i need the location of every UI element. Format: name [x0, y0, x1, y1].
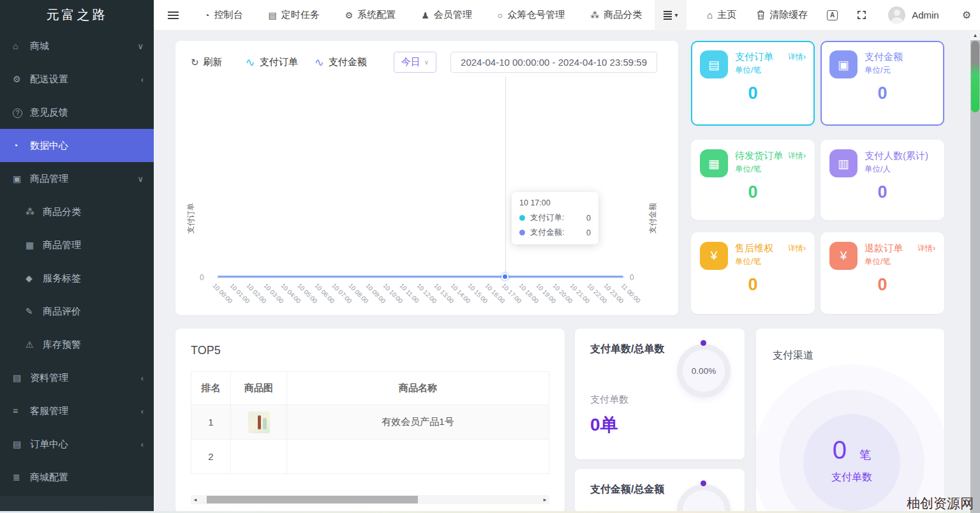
- stat-card-payers-total[interactable]: ▥ 支付人数(累计) 单位/人 0: [820, 140, 944, 220]
- x-axis-line: [216, 278, 625, 278]
- refresh-icon: ↻: [191, 57, 199, 68]
- stat-value: 0: [829, 84, 935, 103]
- stat-card-aftersale[interactable]: ¥ 售后维权 详情› 单位/笔 0: [691, 232, 815, 314]
- vertical-scrollbar[interactable]: ▲: [970, 31, 980, 513]
- gauge-dot: [701, 480, 706, 486]
- chevron-left-icon: ‹: [141, 75, 144, 84]
- sidebar-item-label: 商城配置: [30, 472, 144, 484]
- date-preset-select[interactable]: 今日 ∨: [394, 52, 436, 73]
- stat-title: 售后维权: [735, 242, 773, 255]
- stat-value: 0: [829, 275, 935, 295]
- x-axis-label: 10 06:00: [313, 282, 336, 304]
- cell-name: 有效会员产品1号: [287, 405, 549, 440]
- tooltip-row: 支付订单: 0: [519, 212, 591, 223]
- detail-link[interactable]: 详情›: [788, 149, 806, 162]
- sidebar-item-delivery-config[interactable]: ⚙ 配送设置 ‹: [0, 63, 154, 96]
- sidebar-item-stock-alert[interactable]: ⚠ 库存预警: [0, 328, 154, 361]
- admin-name[interactable]: Admin: [912, 10, 939, 20]
- gauge-ring: 0.00%: [677, 344, 731, 398]
- nav-home-button[interactable]: ⌂ 主页: [707, 9, 736, 21]
- chevron-down-icon: ∨: [137, 174, 144, 184]
- nav-item-console[interactable]: ◔ 控制台: [204, 9, 242, 21]
- legend-pay-amount[interactable]: ∿ 支付金额: [315, 56, 367, 70]
- sidebar-item-data-center[interactable]: ◔ 数据中心: [0, 129, 154, 162]
- nav-item-label: 系统配置: [357, 9, 396, 21]
- sidebar-item-goods-manage[interactable]: ▣ 商品管理 ∨: [0, 162, 154, 195]
- sidebar-item-customer-service[interactable]: ≡ 客服管理 ‹: [0, 394, 154, 428]
- stat-unit: 单位/笔: [865, 256, 935, 267]
- detail-link[interactable]: 详情›: [917, 242, 935, 255]
- brand-logo: 元富之路: [0, 0, 154, 29]
- language-button[interactable]: A: [827, 10, 838, 20]
- top-navbar: ◔ 控制台 ▤ 定时任务 ⚙ 系统配置 ♟ 会员管理 ○ 众筹仓号管理 ⁂ 商品…: [154, 0, 980, 31]
- tasks-icon: ▤: [268, 10, 276, 20]
- avatar[interactable]: [888, 6, 905, 24]
- legend-label: 支付金额: [329, 56, 367, 68]
- fullscreen-button[interactable]: [857, 10, 866, 20]
- chart-tooltip: 10 17:00 支付订单: 0 支付金额: 0: [512, 192, 598, 244]
- scrollbar-thumb[interactable]: [207, 496, 418, 503]
- pay-channel-panel: 支付渠道 0 笔 支付单数: [756, 329, 944, 513]
- nav-item-crowdfund-manage[interactable]: ○ 众筹仓号管理: [498, 9, 565, 21]
- series-dot-icon: [519, 230, 525, 235]
- pay-count-ratio-panel: 支付单数/总单数 0.00% 支付单数 0单: [575, 329, 745, 459]
- sidebar-item-mall[interactable]: ⌂ 商城 ∨: [0, 29, 154, 63]
- user-icon: ♟: [421, 10, 429, 20]
- x-axis-label: 10 02:00: [246, 282, 268, 304]
- legend-pay-orders[interactable]: ∿ 支付订单: [246, 56, 298, 70]
- sidebar-item-mall-config[interactable]: ≣ 商城配置: [0, 461, 154, 494]
- tooltip-row: 支付金额: 0: [519, 227, 591, 238]
- trash-icon: [757, 10, 765, 20]
- sidebar-item-material-manage[interactable]: ▤ 资料管理 ‹: [0, 361, 154, 394]
- nav-item-cron-tasks[interactable]: ▤ 定时任务: [268, 9, 319, 21]
- sidebar-item-goods-list[interactable]: ▦ 商品管理: [0, 228, 154, 262]
- sidebar-item-goods-category[interactable]: ⁂ 商品分类: [0, 195, 154, 228]
- x-axis-label: 10 04:00: [279, 282, 302, 304]
- sidebar-item-feedback[interactable]: ? 意见反馈: [0, 96, 154, 129]
- nav-item-system-config[interactable]: ⚙ 系统配置: [345, 9, 396, 21]
- sidebar-item-order-center[interactable]: ▤ 订单中心 ‹: [0, 428, 154, 461]
- stat-card-pay-amount[interactable]: ▣ 支付金额 单位/元 0: [820, 41, 944, 126]
- settings-gears-icon[interactable]: ⚙: [962, 9, 971, 21]
- sidebar-item-service-tags[interactable]: ◆ 服务标签: [0, 262, 154, 295]
- table-row[interactable]: 2: [191, 440, 549, 474]
- dashboard-icon: ◔: [204, 10, 209, 20]
- yen-refund-icon: ¥: [829, 242, 858, 270]
- table-row[interactable]: 1 有效会员产品1号: [191, 405, 549, 440]
- list-icon: [664, 11, 672, 20]
- nav-item-goods-category[interactable]: ⁂ 商品分类: [590, 9, 642, 21]
- watermark: 柚创资源网: [907, 494, 974, 512]
- scroll-up-icon[interactable]: ▲: [970, 31, 980, 40]
- scrollbar-track[interactable]: [200, 495, 540, 504]
- clear-cache-button[interactable]: 清除缓存: [757, 9, 808, 21]
- scroll-right-icon[interactable]: ▸: [540, 495, 549, 504]
- stat-card-refund-orders[interactable]: ¥ 退款订单 详情› 单位/笔 0: [820, 232, 944, 314]
- hamburger-icon[interactable]: [168, 11, 179, 19]
- sidebar-item-label: 商品分类: [43, 206, 144, 218]
- x-axis-label: 10 21:00: [568, 282, 591, 304]
- detail-link[interactable]: 详情›: [788, 50, 806, 63]
- date-range-picker[interactable]: 2024-04-10 00:00:00 - 2024-04-10 23:59:5…: [450, 52, 657, 73]
- stat-card-pending-ship[interactable]: ▦ 待发货订单 详情› 单位/笔 0: [691, 140, 815, 220]
- refresh-button[interactable]: ↻ 刷新: [191, 56, 223, 68]
- highlighted-point: [501, 273, 509, 280]
- scrollbar-thumb[interactable]: [971, 41, 979, 112]
- stat-title: 支付金额: [865, 50, 903, 63]
- line-wave-icon: ∿: [315, 56, 324, 70]
- detail-link[interactable]: 详情›: [788, 242, 806, 255]
- menu-dropdown-button[interactable]: ▾: [655, 0, 687, 31]
- stat-unit: 单位/人: [865, 164, 935, 175]
- scroll-left-icon[interactable]: ◂: [191, 495, 200, 504]
- clear-cache-label: 清除缓存: [769, 9, 808, 21]
- nav-item-member-manage[interactable]: ♟ 会员管理: [421, 9, 472, 21]
- stat-value: 0: [700, 182, 806, 202]
- sidebar-item-goods-reviews[interactable]: ✎ 商品评价: [0, 295, 154, 328]
- stat-card-pay-orders[interactable]: ▤ 支付订单 详情› 单位/笔 0: [691, 41, 815, 126]
- sidebar-item-label: 订单中心: [30, 438, 141, 450]
- sidebar: 元富之路 ⌂ 商城 ∨ ⚙ 配送设置 ‹ ? 意见反馈 ◔ 数据中心 ▣ 商品管…: [0, 0, 154, 513]
- x-axis-label: 10 16:00: [484, 282, 506, 304]
- home-icon: ⌂: [707, 10, 713, 20]
- warning-icon: ⚠: [26, 339, 43, 350]
- wallet-icon: ▣: [829, 50, 858, 78]
- fullscreen-icon: [857, 10, 866, 20]
